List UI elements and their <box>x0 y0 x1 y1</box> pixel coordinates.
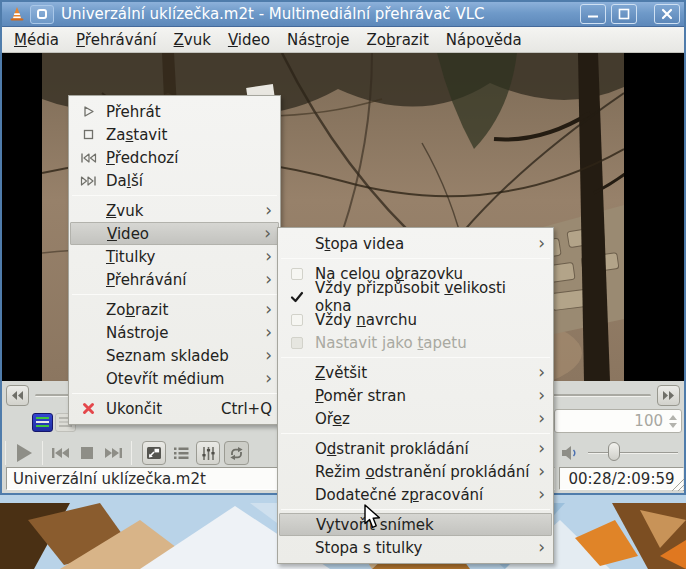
menu-item-video-track[interactable]: Stopa videa › <box>279 232 552 255</box>
menu-item-label: Seznam skladeb <box>106 347 229 365</box>
menu-item-label: Odstranit prokládání <box>315 440 469 458</box>
menu-item-set-wallpaper: Nastavit jako tapetu <box>279 331 552 354</box>
play-button[interactable] <box>11 440 37 466</box>
fast-forward-icon <box>662 390 675 401</box>
menu-item-label: Titulky <box>106 248 155 266</box>
menu-item-label: Zobrazit <box>106 301 168 319</box>
window-menu-button[interactable] <box>30 5 54 24</box>
menu-media[interactable]: Média <box>6 28 67 52</box>
menu-video[interactable]: Video <box>220 28 278 52</box>
menu-item-crop[interactable]: Ořez › <box>279 407 552 430</box>
menu-item-stop[interactable]: Zastavit <box>70 123 279 146</box>
submenu-arrow-icon: › <box>256 225 271 242</box>
mouse-cursor <box>362 504 382 530</box>
maximize-icon <box>618 8 630 20</box>
menu-item-label: Nastavit jako tapetu <box>315 334 467 352</box>
stop-icon <box>76 128 100 141</box>
submenu-arrow-icon: › <box>530 539 545 556</box>
time-text: 00:28/2:09:59 <box>568 470 674 488</box>
checkbox-unchecked-icon <box>285 314 309 326</box>
menu-audio[interactable]: Zvuk <box>166 28 219 52</box>
previous-icon <box>76 152 100 164</box>
playlist-button[interactable] <box>170 444 192 462</box>
video-submenu: Stopa videa › Na celou obrazovku Vždy př… <box>277 227 554 564</box>
menu-item-label: Přehrát <box>106 103 161 121</box>
play-icon <box>14 442 34 464</box>
transport-bar <box>2 438 251 468</box>
time-display: 00:28/2:09:59 <box>559 467 684 490</box>
maximize-button[interactable] <box>611 4 637 24</box>
menu-separator <box>281 509 550 510</box>
menu-item-view-sub[interactable]: Zobrazit › <box>70 298 279 321</box>
menu-item-postprocessing[interactable]: Dodatečné zpracování › <box>279 483 552 506</box>
menu-item-play[interactable]: Přehrát <box>70 100 279 123</box>
menu-separator <box>281 357 550 358</box>
volume-handle[interactable] <box>608 442 620 461</box>
play-icon <box>76 105 100 118</box>
vlc-cone-icon <box>8 5 26 23</box>
submenu-arrow-icon: › <box>257 202 272 219</box>
submenu-arrow-icon: › <box>530 440 545 457</box>
menu-item-audio-sub[interactable]: Zvuk › <box>70 199 279 222</box>
titlebar[interactable]: Univerzální uklízečka.m2t - Multimediáln… <box>2 2 684 27</box>
window-menu-icon <box>36 8 48 20</box>
rewind-icon <box>11 390 24 401</box>
menu-item-zoom[interactable]: Zvětšit › <box>279 361 552 384</box>
context-menu: Přehrát Zastavit Předchozí Další Zvuk › … <box>68 95 281 425</box>
equalizer-button[interactable] <box>196 441 220 465</box>
menu-item-deinterlace-mode[interactable]: Režim odstranění prokládání › <box>279 460 552 483</box>
next-button[interactable] <box>101 444 126 462</box>
menu-item-previous[interactable]: Předchozí <box>70 146 279 169</box>
menu-item-label: Zvuk <box>106 202 143 220</box>
minimize-button[interactable] <box>580 4 606 24</box>
menu-item-aspect-ratio[interactable]: Poměr stran › <box>279 384 552 407</box>
menu-item-deinterlace[interactable]: Odstranit prokládání › <box>279 437 552 460</box>
volume-control <box>560 438 680 468</box>
menu-item-label: Otevřít médium <box>106 370 224 388</box>
menu-item-always-on-top-toggle[interactable]: Vždy navrchu <box>279 308 552 331</box>
window-title: Univerzální uklízečka.m2t - Multimediáln… <box>61 5 575 23</box>
menu-help[interactable]: Nápověda <box>438 28 530 52</box>
menu-item-open-media-sub[interactable]: Otevřít médium › <box>70 367 279 390</box>
loop-button[interactable] <box>224 441 249 465</box>
rewind-button[interactable] <box>6 385 29 406</box>
minimize-icon <box>587 9 599 19</box>
submenu-arrow-icon: › <box>530 410 545 427</box>
menu-item-autoresize-toggle[interactable]: Vždy přizpůsobit velikosti okna <box>279 285 552 308</box>
menu-item-label: Ořez <box>315 410 350 428</box>
stop-button[interactable] <box>77 444 97 462</box>
menu-item-take-snapshot[interactable]: Vytvořit snímek <box>279 513 552 536</box>
equalizer-icon <box>201 446 216 461</box>
volume-slider[interactable] <box>588 452 678 454</box>
menu-item-label: Dodatečné zpracování <box>315 486 483 504</box>
menu-item-label: Stopa videa <box>315 235 404 253</box>
menu-item-label: Nástroje <box>106 324 169 342</box>
menu-item-subtitle-track[interactable]: Stopa s titulky › <box>279 536 552 559</box>
menu-playback[interactable]: Přehrávání <box>68 28 164 52</box>
menu-item-playlist-sub[interactable]: Seznam skladeb › <box>70 344 279 367</box>
submenu-arrow-icon: › <box>257 324 272 341</box>
spinner-arrows-icon[interactable] <box>669 415 677 428</box>
menu-item-next[interactable]: Další <box>70 169 279 192</box>
previous-button[interactable] <box>48 444 73 462</box>
dvd-menu-icon <box>36 416 49 429</box>
menu-item-quit[interactable]: Ukončit Ctrl+Q <box>70 397 279 420</box>
checkbox-unchecked-icon <box>285 268 309 280</box>
checkmark-icon <box>285 291 309 303</box>
submenu-arrow-icon: › <box>257 347 272 364</box>
menu-tools[interactable]: Nástroje <box>279 28 358 52</box>
previous-icon <box>51 446 70 460</box>
stop-icon <box>80 446 94 460</box>
menu-item-subtitles-sub[interactable]: Titulky › <box>70 245 279 268</box>
menu-item-video-sub[interactable]: Video › <box>70 222 279 245</box>
close-button[interactable] <box>654 4 680 24</box>
close-icon <box>661 8 673 20</box>
menu-separator <box>281 433 550 434</box>
menu-item-tools-sub[interactable]: Nástroje › <box>70 321 279 344</box>
dvd-menu-button[interactable] <box>32 413 53 432</box>
menu-item-playback-sub[interactable]: Přehrávání › <box>70 268 279 291</box>
fast-forward-button[interactable] <box>657 385 680 406</box>
menu-view[interactable]: Zobrazit <box>359 28 437 52</box>
speed-spinbox[interactable]: 100 <box>554 409 682 433</box>
fullscreen-button[interactable] <box>142 441 166 465</box>
